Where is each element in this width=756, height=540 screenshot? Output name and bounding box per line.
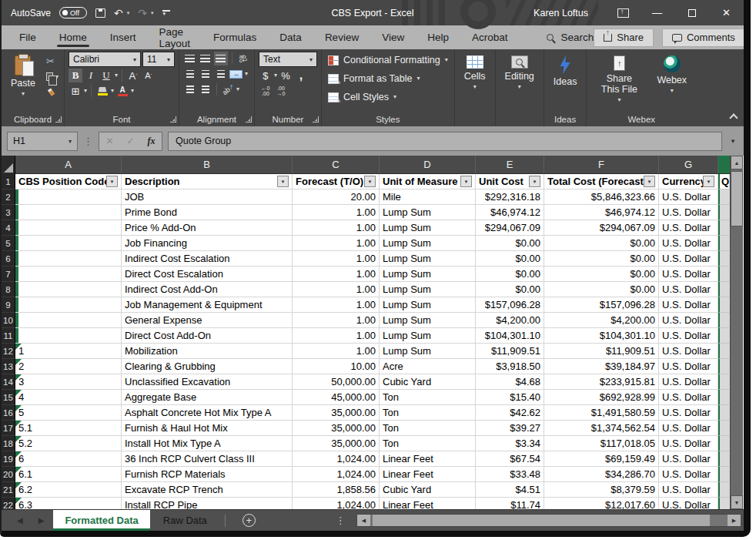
filter-button[interactable] bbox=[703, 176, 714, 187]
cell-position-code[interactable]: 5.2 bbox=[15, 436, 122, 451]
cell-unit-of-measure[interactable]: Ton bbox=[380, 436, 476, 451]
cell-currency[interactable]: U.S. Dollar bbox=[659, 282, 718, 297]
row-header[interactable]: 21 bbox=[2, 482, 15, 498]
cell-h-selected[interactable] bbox=[718, 313, 730, 328]
scroll-down-icon[interactable]: ▼ bbox=[731, 495, 743, 509]
search-box[interactable]: Search bbox=[547, 32, 594, 43]
cell-description[interactable]: Aggregate Base bbox=[122, 390, 293, 405]
align-top-button[interactable] bbox=[183, 52, 197, 65]
cell-forecast[interactable]: 35,000.00 bbox=[293, 405, 380, 421]
column-header-g[interactable]: G bbox=[659, 156, 718, 174]
cell-h-selected[interactable] bbox=[718, 297, 730, 313]
row-header[interactable]: 2 bbox=[2, 190, 15, 205]
scroll-right-icon[interactable]: ▶ bbox=[728, 515, 741, 526]
cell-unit-of-measure[interactable]: Lump Sum bbox=[380, 313, 476, 328]
cell-total-cost[interactable]: $12,017.60 bbox=[544, 498, 659, 509]
cell-currency[interactable]: U.S. Dollar bbox=[659, 359, 718, 374]
cell-forecast[interactable]: 10.00 bbox=[293, 359, 380, 374]
cell-unit-of-measure[interactable]: Lump Sum bbox=[380, 297, 476, 313]
cell-description[interactable]: Prime Bond bbox=[122, 205, 293, 220]
cell-unit-of-measure[interactable]: Lump Sum bbox=[380, 220, 476, 236]
row-header[interactable]: 17 bbox=[2, 421, 15, 436]
cell-unit-of-measure[interactable]: Ton bbox=[380, 421, 476, 436]
cell-position-code[interactable] bbox=[15, 267, 122, 282]
cell-description[interactable]: Clearing & Grubbing bbox=[122, 359, 293, 374]
cell-total-cost[interactable]: $39,184.97 bbox=[544, 359, 659, 374]
cancel-entry-icon[interactable]: ✕ bbox=[99, 136, 120, 146]
cell-unit-cost[interactable]: $39.27 bbox=[476, 421, 544, 436]
insert-function-icon[interactable]: fx bbox=[141, 136, 162, 147]
filter-button[interactable] bbox=[277, 176, 289, 187]
cell-description[interactable]: Indirect Cost Escalation bbox=[122, 251, 293, 267]
cell-total-cost[interactable]: $8,379.59 bbox=[544, 482, 659, 498]
cell-position-code[interactable] bbox=[15, 282, 122, 297]
cell-position-code[interactable]: 5 bbox=[15, 405, 122, 421]
filter-button[interactable] bbox=[644, 176, 655, 187]
maximize-button[interactable] bbox=[674, 0, 709, 25]
cell-currency[interactable]: U.S. Dollar bbox=[659, 297, 718, 313]
confirm-entry-icon[interactable]: ✓ bbox=[120, 136, 141, 146]
clipboard-dialog-launcher-icon[interactable] bbox=[55, 116, 62, 122]
orientation-button[interactable]: ab bbox=[221, 82, 235, 96]
cell-h-selected[interactable] bbox=[718, 405, 730, 421]
cell-unit-cost[interactable]: $0.00 bbox=[476, 282, 544, 297]
cell-unit-cost[interactable]: $42.62 bbox=[476, 405, 544, 421]
row-header[interactable]: 3 bbox=[2, 205, 15, 220]
cell-total-cost[interactable]: $0.00 bbox=[544, 251, 659, 267]
cell-currency[interactable]: U.S. Dollar bbox=[659, 467, 718, 482]
cell-forecast[interactable]: 1.00 bbox=[293, 344, 380, 359]
cell-description[interactable]: Install Hot Mix Type A bbox=[122, 436, 293, 451]
ideas-button[interactable]: Ideas bbox=[548, 52, 583, 112]
cell-forecast[interactable]: 20.00 bbox=[293, 190, 380, 205]
cell-position-code[interactable]: 1 bbox=[15, 344, 122, 359]
cell-description[interactable]: Mobilization bbox=[122, 344, 293, 359]
cell-forecast[interactable]: 1.00 bbox=[293, 205, 380, 220]
customize-qat-icon[interactable] bbox=[162, 10, 170, 16]
share-this-file-button[interactable]: Share This File ▾ bbox=[590, 52, 647, 112]
cell-forecast[interactable]: 1.00 bbox=[293, 282, 380, 297]
cell-h-selected[interactable] bbox=[718, 451, 730, 467]
cell-forecast[interactable]: 1,024.00 bbox=[293, 498, 380, 509]
cell-forecast[interactable]: 35,000.00 bbox=[293, 436, 380, 451]
cell-unit-of-measure[interactable]: Lump Sum bbox=[380, 236, 476, 251]
cell-unit-of-measure[interactable]: Lump Sum bbox=[380, 344, 476, 359]
vertical-scrollbar-thumb[interactable] bbox=[731, 171, 743, 226]
cell-description[interactable]: 36 Inch RCP Culvert Class III bbox=[122, 451, 293, 467]
header-cell-currency[interactable]: Currency bbox=[659, 174, 718, 190]
cell-forecast[interactable]: 1,858.56 bbox=[293, 482, 380, 498]
cell-total-cost[interactable]: $34,286.70 bbox=[544, 467, 659, 482]
cell-currency[interactable]: U.S. Dollar bbox=[659, 267, 718, 282]
font-size-select[interactable]: 11 bbox=[142, 52, 175, 67]
cell-h-selected[interactable] bbox=[718, 282, 730, 297]
cell-unit-cost[interactable]: $3,918.50 bbox=[476, 359, 544, 374]
row-header[interactable]: 6 bbox=[2, 251, 15, 267]
filter-button[interactable] bbox=[460, 176, 472, 187]
cell-description[interactable]: Price % Add-On bbox=[122, 220, 293, 236]
row-header[interactable]: 9 bbox=[2, 297, 15, 313]
cell-total-cost[interactable]: $5,846,323.66 bbox=[544, 190, 659, 205]
cell-forecast[interactable]: 1,024.00 bbox=[293, 451, 380, 467]
cell-unit-of-measure[interactable]: Linear Feet bbox=[380, 467, 476, 482]
row-header[interactable]: 1 bbox=[2, 174, 15, 190]
increase-indent-button[interactable] bbox=[199, 82, 212, 96]
ribbon-tab[interactable]: Insert bbox=[99, 25, 148, 49]
cell-position-code[interactable] bbox=[15, 313, 122, 328]
cell-unit-cost[interactable]: $4.68 bbox=[476, 374, 544, 390]
cell-position-code[interactable]: 2 bbox=[15, 359, 122, 374]
autosave-toggle[interactable]: Off bbox=[59, 7, 87, 18]
ribbon-tab[interactable]: Acrobat bbox=[460, 25, 520, 49]
borders-button[interactable]: ⊞ bbox=[69, 84, 82, 98]
cell-h-selected[interactable] bbox=[718, 436, 730, 451]
cell-h-selected[interactable] bbox=[718, 220, 730, 236]
cell-description[interactable]: Install RCP Pipe bbox=[122, 498, 293, 509]
row-header[interactable]: 5 bbox=[2, 236, 15, 251]
scroll-left-icon[interactable]: ◀ bbox=[357, 515, 370, 526]
row-header[interactable]: 18 bbox=[2, 436, 15, 451]
cell-position-code[interactable] bbox=[15, 220, 122, 236]
cell-position-code[interactable]: 5.1 bbox=[15, 421, 122, 436]
editing-button[interactable]: Editing ▾ bbox=[500, 52, 540, 112]
row-header[interactable]: 12 bbox=[2, 344, 15, 359]
cell-currency[interactable]: U.S. Dollar bbox=[659, 313, 718, 328]
decrease-decimal-button[interactable]: .00 →0 bbox=[274, 84, 288, 98]
cell-position-code[interactable]: 6 bbox=[15, 451, 122, 467]
